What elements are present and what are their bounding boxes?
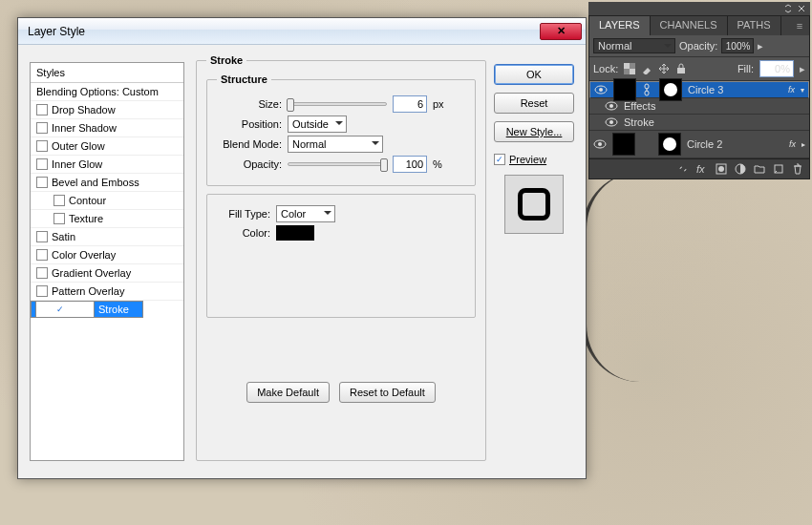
link-icon[interactable]: [642, 83, 653, 96]
close-panel-icon[interactable]: [797, 4, 806, 13]
style-inner-glow[interactable]: Inner Glow: [31, 156, 183, 174]
chevron-down-icon[interactable]: ▾: [801, 86, 804, 94]
collapse-icon[interactable]: [783, 4, 793, 13]
preview-checkbox[interactable]: ✓Preview: [494, 154, 574, 165]
lock-move-icon[interactable]: [658, 63, 670, 74]
style-satin[interactable]: Satin: [31, 228, 183, 246]
reset-default-button[interactable]: Reset to Default: [339, 382, 436, 403]
lock-transparent-icon[interactable]: [624, 63, 635, 74]
layer-name[interactable]: Circle 2: [687, 138, 783, 150]
chevron-right-icon[interactable]: ▸: [801, 140, 805, 149]
checkbox[interactable]: [36, 231, 48, 242]
opacity-input[interactable]: [393, 156, 427, 173]
style-contour[interactable]: Contour: [31, 192, 183, 210]
visibility-icon[interactable]: [605, 117, 618, 127]
close-button[interactable]: ✕: [540, 23, 582, 40]
style-outer-glow[interactable]: Outer Glow: [31, 137, 183, 156]
blending-options-row[interactable]: Blending Options: Custom: [31, 83, 183, 101]
style-stroke[interactable]: ✓Stroke: [31, 301, 143, 318]
titlebar[interactable]: Layer Style ✕: [18, 18, 586, 45]
lock-paint-icon[interactable]: [641, 63, 652, 74]
svg-text:fx: fx: [696, 163, 705, 175]
tab-layers[interactable]: LAYERS: [589, 16, 651, 35]
reset-button[interactable]: Reset: [494, 93, 574, 114]
size-slider[interactable]: [288, 102, 387, 106]
layer-row[interactable]: Circle 3 fx ▾: [589, 81, 809, 98]
chevron-down-icon: [664, 44, 672, 52]
blendmode-select[interactable]: Normal: [593, 38, 675, 53]
checkbox[interactable]: ✓: [35, 301, 95, 318]
group-icon[interactable]: [754, 163, 765, 175]
style-color-overlay[interactable]: Color Overlay: [31, 246, 183, 264]
filltype-label: Fill Type:: [217, 208, 270, 220]
slider-thumb[interactable]: [287, 98, 294, 112]
chevron-down-icon: [335, 121, 343, 129]
svg-point-12: [609, 120, 613, 124]
layer-style-icon[interactable]: fx: [696, 163, 708, 175]
checkbox[interactable]: [36, 140, 48, 152]
panel-dock-top: [588, 2, 810, 15]
new-style-button[interactable]: New Style...: [494, 121, 574, 142]
panel-tabs: LAYERS CHANNELS PATHS ≡: [589, 16, 809, 35]
position-select[interactable]: Outside: [288, 116, 347, 133]
style-inner-shadow[interactable]: Inner Shadow: [31, 119, 183, 137]
make-default-button[interactable]: Make Default: [246, 382, 330, 403]
tab-channels[interactable]: CHANNELS: [651, 16, 728, 35]
style-texture[interactable]: Texture: [31, 210, 183, 228]
ok-button[interactable]: OK: [494, 64, 574, 85]
blendmode-select[interactable]: Normal: [288, 136, 383, 153]
style-drop-shadow[interactable]: Drop Shadow: [31, 101, 183, 119]
lock-all-icon[interactable]: [675, 63, 687, 74]
opacity-arrow-icon[interactable]: ▸: [758, 40, 763, 52]
stroke-group: Stroke Structure Size: px Position: Outs…: [196, 54, 486, 461]
checkbox[interactable]: [36, 104, 48, 116]
opacity-input[interactable]: [721, 38, 754, 53]
effect-stroke-row[interactable]: Stroke: [589, 115, 809, 131]
checkbox[interactable]: [36, 285, 48, 297]
checkbox[interactable]: [36, 158, 48, 170]
svg-point-5: [599, 88, 603, 92]
new-layer-icon[interactable]: [773, 163, 784, 175]
checkbox[interactable]: [36, 267, 48, 279]
checkbox[interactable]: [36, 177, 48, 188]
fill-input[interactable]: [759, 60, 794, 77]
style-bevel-emboss[interactable]: Bevel and Emboss: [31, 174, 183, 192]
adjustment-layer-icon[interactable]: [735, 163, 746, 175]
style-pattern-overlay[interactable]: Pattern Overlay: [31, 283, 183, 301]
panel-menu-icon[interactable]: ≡: [790, 16, 809, 35]
layer-mask-thumb[interactable]: [659, 78, 682, 101]
layer-name[interactable]: Circle 3: [688, 84, 782, 95]
structure-legend: Structure: [217, 74, 271, 85]
slider-thumb[interactable]: [380, 158, 388, 172]
checkbox[interactable]: [36, 249, 48, 261]
visibility-icon[interactable]: [593, 139, 607, 149]
fill-arrow-icon[interactable]: ▸: [800, 63, 805, 75]
layer-mask-thumb[interactable]: [658, 133, 681, 156]
visibility-icon[interactable]: [594, 85, 608, 94]
layer-mask-icon[interactable]: [716, 163, 727, 175]
fx-badge[interactable]: fx: [789, 139, 796, 149]
svg-rect-1: [624, 63, 630, 69]
link-layers-icon[interactable]: [677, 163, 689, 175]
filltype-select[interactable]: Color: [276, 205, 335, 222]
opacity-slider[interactable]: [288, 162, 387, 166]
fx-badge[interactable]: fx: [788, 85, 795, 94]
styles-header[interactable]: Styles: [31, 63, 183, 83]
color-swatch[interactable]: [276, 225, 314, 241]
color-label: Color:: [217, 227, 270, 239]
layer-thumb[interactable]: [613, 78, 636, 101]
layer-thumb[interactable]: [612, 133, 635, 156]
svg-point-14: [598, 142, 602, 146]
trash-icon[interactable]: [792, 163, 803, 175]
checkbox[interactable]: [36, 122, 48, 134]
panel-footer: fx: [589, 158, 809, 178]
checkbox[interactable]: ✓: [494, 154, 505, 165]
tab-paths[interactable]: PATHS: [728, 16, 781, 35]
visibility-icon[interactable]: [605, 101, 618, 111]
checkbox[interactable]: [53, 213, 65, 224]
layer-row[interactable]: Circle 2 fx ▸: [589, 131, 809, 158]
lock-label: Lock:: [593, 63, 618, 74]
checkbox[interactable]: [53, 195, 65, 206]
size-input[interactable]: [393, 95, 427, 113]
style-gradient-overlay[interactable]: Gradient Overlay: [31, 264, 183, 283]
